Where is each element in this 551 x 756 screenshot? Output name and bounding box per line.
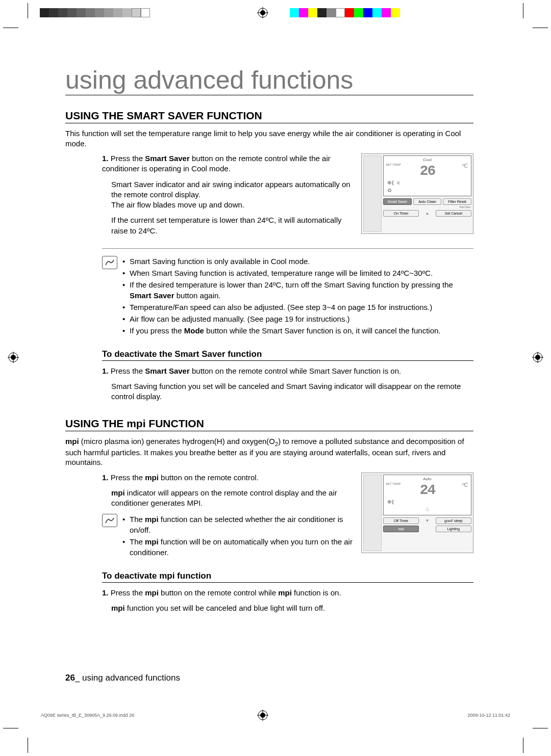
- crop-mark: [28, 3, 28, 18]
- crop-mark: [533, 28, 548, 28]
- smart-saver-button: Smart Saver: [383, 198, 412, 205]
- note-item: If the desired temperature is lower than…: [122, 279, 473, 301]
- set-cancel-button: Set Cancel: [436, 210, 471, 217]
- note-item: Smart Saving function is only available …: [122, 256, 473, 267]
- note-item: If you press the Mode button while the S…: [122, 325, 473, 336]
- color-bar-rgb: [290, 8, 400, 17]
- deactivate-smart-saver-heading: To deactivate the Smart Saver function: [102, 349, 473, 361]
- mpi-intro: mpi (micro plasma ion) generates hydroge…: [65, 436, 473, 467]
- page-title: using advanced functions: [65, 65, 473, 95]
- mpi-step-row: 1. Press the mpi button on the remote co…: [102, 473, 473, 559]
- deactivate-mpi-step: 1. Press the mpi button on the remote co…: [102, 588, 473, 614]
- crop-mark: [3, 728, 18, 728]
- footer-filename: AQ09E series_IB_E_30905A_9.29.09.indd 26: [41, 713, 134, 718]
- filter-reset-button: Filter Reset: [443, 198, 471, 205]
- fan-swing-icon: ❋⟪ ⤭: [385, 179, 469, 187]
- fan-icon: ❋⟪: [385, 498, 469, 506]
- manual-page: using advanced functions USING THE SMART…: [0, 0, 551, 756]
- note-item: Temperature/Fan speed can also be adjust…: [122, 302, 473, 312]
- off-timer-button: Off Timer: [383, 517, 419, 524]
- saver-icon: ♻: [385, 187, 469, 194]
- on-timer-button: On Timer: [383, 210, 419, 217]
- arrow-up-icon: ▲: [420, 210, 434, 217]
- registration-mark-top: [257, 7, 268, 18]
- registration-mark-right: [532, 352, 543, 363]
- mpi-step-text: 1. Press the mpi button on the remote co…: [102, 473, 353, 559]
- mpi-heading: USING THE mpi FUNCTION: [65, 418, 473, 431]
- registration-mark-left: [8, 352, 19, 363]
- good-sleep-button: good' sleep: [436, 517, 471, 524]
- smart-saver-heading: USING THE SMART SAVER FUNCTION: [65, 110, 473, 123]
- crop-mark: [3, 28, 18, 28]
- page-content: using advanced functions USING THE SMART…: [65, 65, 473, 618]
- smart-saver-step-text: 1. Press the Smart Saver button on the r…: [102, 153, 353, 241]
- remote-illustration-mpi: Auto SET TEMP 24 ºC ❋⟪ ♧ Off Timer ▼: [361, 473, 473, 553]
- arrow-down-icon: ▼: [420, 517, 434, 524]
- crop-mark: [28, 738, 28, 753]
- note-item: When Smart Saving function is activated,…: [122, 268, 473, 278]
- deactivate-mpi-heading: To deactivate mpi function: [102, 571, 473, 583]
- note-item: The mpi function will be on automaticall…: [122, 536, 353, 558]
- mpi-indicator-icon: ♧: [385, 506, 469, 513]
- registration-mark-bottom: [257, 710, 268, 721]
- crop-mark: [523, 738, 523, 753]
- page-footer-number: 26_ using advanced functions: [65, 673, 180, 683]
- note-icon: [102, 256, 117, 269]
- divider: [102, 248, 473, 249]
- crop-mark: [523, 3, 523, 18]
- note-icon: [102, 514, 117, 527]
- mpi-section: USING THE mpi FUNCTION mpi (micro plasma…: [65, 418, 473, 614]
- footer-timestamp: 2009-10-12 11:01:42: [467, 713, 510, 718]
- note-item: Air flow can be adjusted manually. (See …: [122, 314, 473, 324]
- deactivate-smart-saver-step: 1. Press the Smart Saver button on the r…: [102, 366, 473, 402]
- smart-saver-notes: Smart Saving function is only available …: [102, 256, 473, 337]
- smart-saver-step-row: 1. Press the Smart Saver button on the r…: [102, 153, 473, 241]
- auto-clean-button: Auto Clean: [413, 198, 442, 205]
- note-item: The mpi function can be selected whether…: [122, 514, 353, 535]
- mpi-button: mpi: [383, 526, 419, 532]
- remote-illustration-smart-saver: Cool SET TEMP 26 ºC ❋⟪ ⤭ ♻ Smart Saver A…: [361, 153, 473, 234]
- color-bar-gray: [40, 8, 150, 17]
- smart-saver-intro: This function will set the temperature r…: [65, 128, 473, 148]
- step-number: 1.: [102, 154, 109, 163]
- lighting-button: Lighting: [436, 526, 471, 532]
- crop-mark: [533, 728, 548, 728]
